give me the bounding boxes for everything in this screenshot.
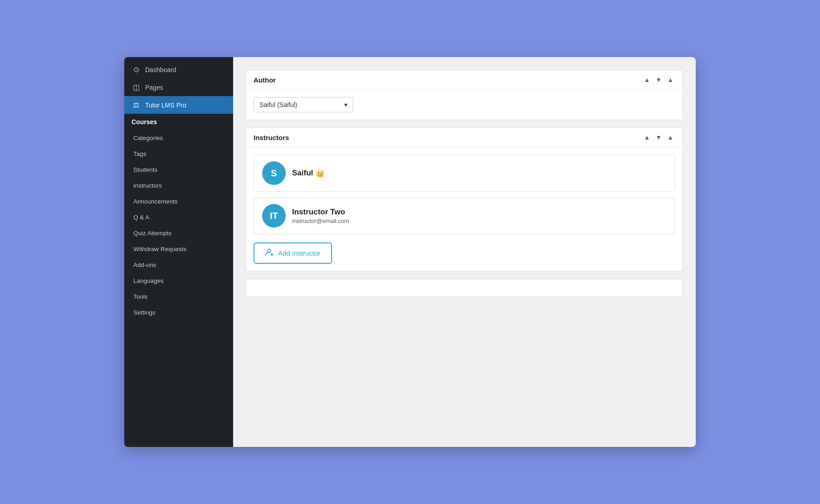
instructor-info-two: Instructor Two instructor@email.com [292,208,667,224]
instructors-panel-header: Instructors ▲ ▼ ▲ [246,128,683,147]
main-content: Author ▲ ▼ ▲ Saiful (Saiful) ▾ Instructo… [233,57,696,447]
sidebar-item-label: Pages [145,84,226,91]
sidebar-item-tutor-lms-pro[interactable]: ⚖ Tutor LMS Pro [124,96,233,114]
author-panel-down-btn[interactable]: ▼ [654,76,664,84]
app-window: ⊙ Dashboard ◫ Pages ⚖ Tutor LMS Pro Cour… [124,57,696,447]
instructor-email-two: instructor@email.com [292,218,667,224]
instructors-panel-up-btn[interactable]: ▲ [642,133,652,141]
sidebar-item-label: Settings [133,309,226,316]
sidebar-item-label: Categories [133,135,226,141]
sidebar-item-instructors[interactable]: Instructors [124,178,233,194]
instructor-info-saiful: Saiful 👑 [292,169,667,178]
sidebar-item-announcements[interactable]: Announcements [124,194,233,209]
sidebar-item-quiz-attempts[interactable]: Quiz Attempts [124,225,233,241]
sidebar-item-label: Announcements [133,198,226,205]
instructor-card-saiful: S Saiful 👑 [254,155,675,192]
sidebar-item-add-ons[interactable]: Add-ons [124,257,233,273]
sidebar-item-withdraw-requests[interactable]: Withdraw Requests [124,241,233,257]
pages-icon: ◫ [132,83,141,92]
instructor-card-two: IT Instructor Two instructor@email.com [254,197,675,234]
author-panel-collapse-btn[interactable]: ▲ [665,76,675,84]
author-selected-value: Saiful (Saiful) [259,101,297,108]
sidebar-item-settings[interactable]: Settings [124,305,233,320]
sidebar-item-languages[interactable]: Languages [124,273,233,289]
dashboard-icon: ⊙ [132,65,141,74]
instructors-panel-collapse-btn[interactable]: ▲ [665,133,675,141]
sidebar-item-label: Tutor LMS Pro [145,102,226,109]
instructor-name-saiful: Saiful 👑 [292,169,667,178]
sidebar-item-tools[interactable]: Tools [124,289,233,305]
sidebar-item-label: Tools [133,293,226,300]
sidebar-submenu: Categories Tags Students Instructors Ann… [124,130,233,320]
sidebar-item-label: Withdraw Requests [133,246,226,252]
add-instructor-button[interactable]: Add Instructor [254,242,332,264]
author-select-dropdown[interactable]: Saiful (Saiful) ▾ [254,97,353,112]
author-panel-title: Author [254,76,276,84]
bottom-partial-panel [246,279,683,297]
add-instructor-label: Add Instructor [278,249,320,257]
add-person-icon [265,248,274,258]
instructors-panel-controls: ▲ ▼ ▲ [642,133,675,141]
author-panel-body: Saiful (Saiful) ▾ [246,90,683,120]
sidebar-item-label: Tags [133,150,226,157]
author-panel-header: Author ▲ ▼ ▲ [246,70,683,90]
instructors-panel-body: S Saiful 👑 IT [246,147,683,271]
avatar-saiful: S [262,161,286,185]
sidebar-item-students[interactable]: Students [124,162,233,178]
instructors-panel-down-btn[interactable]: ▼ [654,133,664,141]
sidebar-item-label: Students [133,166,226,173]
sidebar-item-label: Quiz Attempts [133,230,226,237]
courses-section-label: Courses [132,118,157,126]
tutor-icon: ⚖ [132,101,141,109]
sidebar-item-pages[interactable]: ◫ Pages [124,78,233,96]
author-panel-controls: ▲ ▼ ▲ [642,76,675,84]
sidebar-item-qa[interactable]: Q & A [124,209,233,225]
chevron-down-icon: ▾ [344,101,347,108]
svg-point-0 [268,249,271,252]
instructors-panel: Instructors ▲ ▼ ▲ S Saiful 👑 [246,127,683,271]
sidebar: ⊙ Dashboard ◫ Pages ⚖ Tutor LMS Pro Cour… [124,57,233,447]
crown-icon: 👑 [316,169,325,178]
sidebar-item-label: Languages [133,277,226,284]
author-panel: Author ▲ ▼ ▲ Saiful (Saiful) ▾ [246,70,683,120]
instructors-panel-title: Instructors [254,134,289,141]
author-panel-up-btn[interactable]: ▲ [642,76,652,84]
instructor-name-two: Instructor Two [292,208,667,217]
sidebar-item-dashboard[interactable]: ⊙ Dashboard [124,61,233,78]
avatar-instructor-two: IT [262,204,286,228]
sidebar-item-label: Instructors [133,182,226,189]
sidebar-section-courses[interactable]: Courses [124,114,233,130]
sidebar-item-tags[interactable]: Tags [124,146,233,162]
sidebar-item-label: Dashboard [145,66,226,73]
sidebar-item-categories[interactable]: Categories [124,130,233,146]
sidebar-item-label: Q & A [133,214,226,221]
sidebar-item-label: Add-ons [133,262,226,268]
